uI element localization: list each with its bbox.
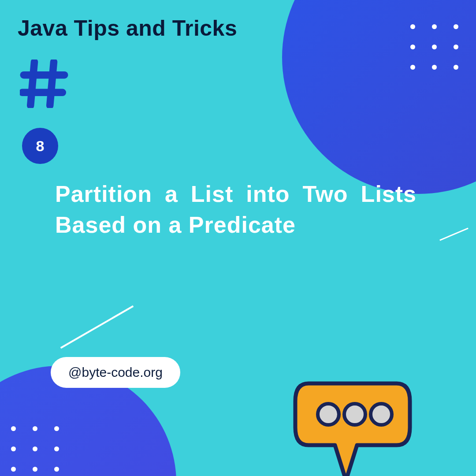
svg-point-4: [318, 404, 339, 425]
dot-icon: [410, 45, 415, 49]
tip-number: 8: [36, 138, 45, 155]
svg-line-0: [30, 62, 34, 106]
dot-icon: [410, 65, 415, 70]
hash-icon: [20, 60, 68, 108]
dot-icon: [432, 65, 437, 70]
svg-line-1: [50, 62, 54, 106]
dots-grid-top: [410, 24, 458, 70]
tip-description: Partition a List into Two Lists Based on…: [55, 178, 416, 240]
dot-icon: [410, 24, 415, 29]
decorative-line-small: [439, 227, 469, 241]
dot-icon: [454, 45, 458, 49]
dot-icon: [11, 446, 16, 451]
svg-point-5: [344, 404, 365, 425]
tip-number-badge: 8: [22, 128, 58, 164]
svg-point-6: [371, 404, 392, 425]
dot-icon: [54, 467, 59, 472]
dot-icon: [33, 426, 37, 431]
page-title: Java Tips and Tricks: [18, 15, 237, 41]
dots-grid-bottom: [11, 426, 59, 472]
dot-icon: [432, 24, 437, 29]
dot-icon: [54, 446, 59, 451]
dot-icon: [11, 426, 16, 431]
decorative-line-large: [60, 305, 134, 349]
handle-text: @byte-code.org: [68, 365, 163, 379]
dot-icon: [454, 65, 458, 70]
dot-icon: [432, 45, 437, 49]
author-handle: @byte-code.org: [51, 357, 180, 388]
dot-icon: [33, 467, 37, 472]
speech-bubble-icon: [286, 370, 419, 476]
dot-icon: [33, 446, 37, 451]
dot-icon: [11, 467, 16, 472]
dot-icon: [454, 24, 458, 29]
dot-icon: [54, 426, 59, 431]
